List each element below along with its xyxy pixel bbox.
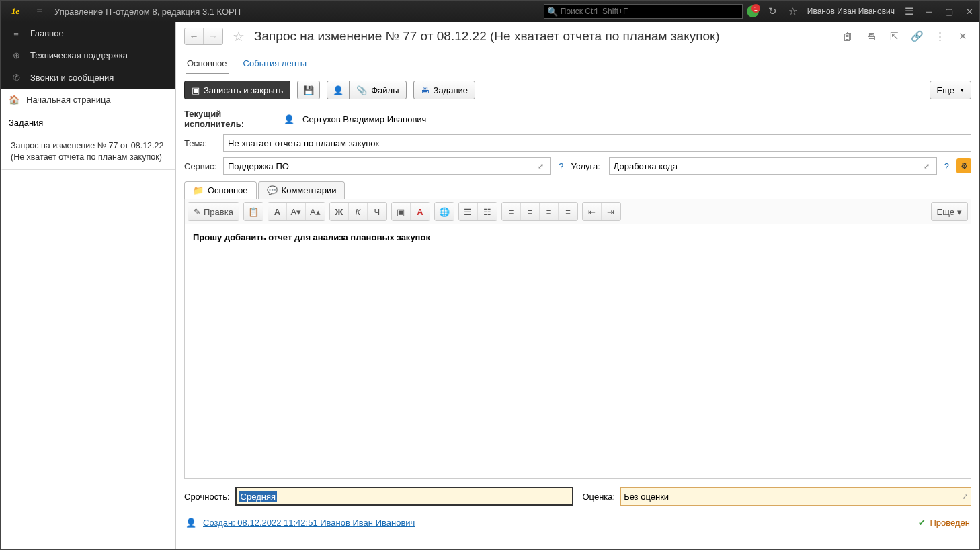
expand-icon[interactable]: ⤢ [962,492,968,501]
underline-button[interactable]: Ч [368,203,386,220]
rt-more-label: Еще [937,207,954,217]
outdent-button[interactable]: ⇤ [583,203,602,220]
more-vertical-icon[interactable]: ⋮ [931,30,948,42]
star-icon[interactable]: ☆ [783,5,803,17]
global-search[interactable]: 🔍 [544,4,743,19]
action-toolbar: ▣ Записать и закрыть 💾 👤 📎 Файлы 🖶 Задан… [176,74,979,106]
italic-button[interactable]: К [349,203,368,220]
richtext-body[interactable]: Прошу добавить отчет для анализа плановы… [184,224,971,479]
nav-buttons: ← → [184,28,223,45]
created-info-link[interactable]: Создан: 08.12.2022 11:42:51 Иванов Иван … [203,518,415,528]
align-justify-button[interactable]: ≡ [559,203,577,220]
expand-icon[interactable]: ⤢ [535,162,546,171]
save-and-close-button[interactable]: ▣ Записать и закрыть [184,81,290,99]
minimize-button[interactable]: ─ [919,7,939,17]
paperclip-icon: 📎 [356,85,367,95]
save-button[interactable]: 💾 [297,81,320,99]
sidebar-item-main[interactable]: ≡ Главное [1,22,175,44]
settings-gear-button[interactable]: ⚙ [956,158,971,173]
sidebar-item-tasks[interactable]: Задания [1,111,175,134]
urgency-input[interactable]: Средняя [235,487,573,506]
user-name[interactable]: Иванов Иван Иванович [803,7,899,16]
rating-label: Оценка: [583,492,616,502]
edit-mode-button[interactable]: ✎Правка [188,203,239,220]
sub-tab-main-label: Основное [208,185,248,195]
status-row: 👤 Создан: 08.12.2022 11:42:51 Иванов Ива… [176,514,979,532]
save-icon: 💾 [303,85,314,95]
fill-color-button[interactable]: ▣ [392,203,411,220]
history-icon[interactable]: ↻ [763,5,783,17]
settings-lines-icon[interactable]: ☰ [899,5,919,17]
indent-button[interactable]: ⇥ [602,203,620,220]
rating-value: Без оценки [624,492,669,502]
sub-tab-comments[interactable]: 💬 Комментарии [258,181,345,199]
subject-input[interactable] [228,138,967,148]
export-icon[interactable]: ⇱ [885,30,903,42]
notification-badge: 1 [751,4,760,13]
hamburger-icon[interactable]: ≡ [30,5,49,17]
expand-icon[interactable]: ⤢ [920,162,932,171]
subject-input-wrap[interactable] [223,134,971,152]
text-color-button[interactable]: A [411,203,430,220]
more-button[interactable]: Еще ▾ [930,81,971,99]
sidebar-label-tasks: Задания [9,118,43,128]
font-color-button[interactable]: A [268,203,287,220]
chevron-down-icon: ▾ [961,87,964,93]
task-icon: 🖶 [421,85,430,95]
rt-more-button[interactable]: Еще▾ [932,203,967,220]
insert-button[interactable]: 🌐 [435,203,454,220]
help-icon[interactable]: ? [942,161,951,171]
user-plus-icon: 👤 [333,85,343,95]
font-larger-button[interactable]: A▴ [306,203,325,220]
status-ok-label: Проведен [930,518,970,528]
link-icon[interactable]: 🔗 [908,30,926,42]
view-tabs: Основное События ленты [176,50,979,74]
files-label: Файлы [371,85,399,95]
align-right-button[interactable]: ≡ [540,203,559,220]
title-bar: 1e ≡ Управление IT-отделом 8, редакция 3… [1,1,979,22]
more-label: Еще [937,85,954,95]
sidebar-item-home[interactable]: 🏠 Начальная страница [1,89,175,111]
favorite-star-icon[interactable]: ☆ [233,28,245,44]
bold-button[interactable]: Ж [330,203,349,220]
maximize-button[interactable]: ▢ [939,7,959,17]
paste-button[interactable]: 📋 [244,203,263,220]
add-user-button[interactable]: 👤 [327,81,349,99]
task-button[interactable]: 🖶 Задание [413,81,476,99]
close-tab-button[interactable]: ✕ [954,30,971,42]
service2-input[interactable] [614,161,921,171]
folder-icon: 📁 [193,185,204,195]
sub-tabs: 📁 Основное 💬 Комментарии [176,177,979,199]
service2-label: Услуга: [571,161,604,171]
print-icon[interactable]: 🖶 [862,31,880,42]
sidebar-label-support: Техническая поддержка [30,50,128,60]
nav-forward-button[interactable]: → [204,28,222,44]
home-icon: 🏠 [9,95,19,105]
sidebar-current-document[interactable]: Запрос на изменение № 77 от 08.12.22 (Не… [1,134,175,170]
view-tab-events[interactable]: События ленты [242,54,309,74]
align-left-button[interactable]: ≡ [502,203,521,220]
service-input[interactable] [228,161,535,171]
service2-input-wrap[interactable]: ⤢ [609,157,937,175]
sub-tab-main[interactable]: 📁 Основное [184,181,257,199]
report-icon[interactable]: 🗐 [840,31,857,42]
close-window-button[interactable]: ✕ [959,7,979,17]
rating-input[interactable]: Без оценки ⤢ [620,487,971,506]
sidebar-item-support[interactable]: ⊕ Техническая поддержка [1,44,175,66]
status-posted: ✔ Проведен [918,518,970,528]
subject-label: Тема: [184,138,218,148]
pencil-icon: ✎ [194,207,201,217]
service-input-wrap[interactable]: ⤢ [223,157,551,175]
nav-back-button[interactable]: ← [185,28,204,44]
number-list-button[interactable]: ☷ [478,203,497,220]
sidebar-item-calls[interactable]: ✆ Звонки и сообщения [1,66,175,89]
files-button[interactable]: 📎 Файлы [349,81,406,99]
bullet-list-button[interactable]: ☰ [459,203,478,220]
font-smaller-button[interactable]: A▾ [287,203,306,220]
help-icon[interactable]: ? [557,161,565,171]
search-input[interactable] [558,7,739,16]
view-tab-main[interactable]: Основное [186,54,229,74]
notification-bell-icon[interactable]: 1 [743,5,763,17]
richtext-toolbar: ✎Правка 📋 A A▾ A▴ Ж К Ч ▣ A 🌐 [184,199,971,224]
align-center-button[interactable]: ≡ [521,203,540,220]
